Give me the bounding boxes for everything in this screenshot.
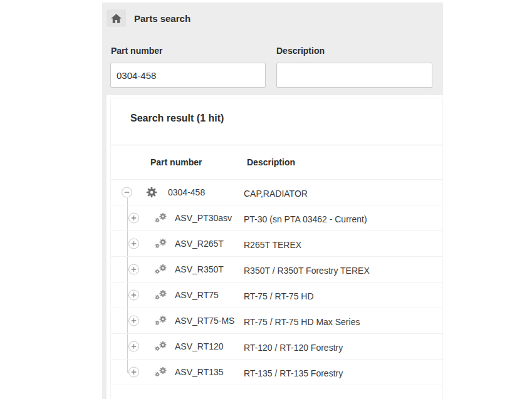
expand-toggle-button[interactable] <box>128 316 139 326</box>
plus-icon <box>131 344 137 350</box>
row-description: PT-30 (sn PTA 03462 - Current) <box>244 214 367 224</box>
table-row[interactable]: ASV_PT30asv PT-30 (sn PTA 03462 - Curren… <box>111 205 442 231</box>
plus-icon <box>131 241 137 247</box>
row-part-number: ASV_RT75-MS <box>175 316 234 326</box>
page-title: Parts search <box>134 13 190 24</box>
expand-toggle-button[interactable] <box>128 290 139 301</box>
table-row[interactable]: ASV_RT75 RT-75 / RT-75 HD <box>111 282 442 308</box>
plus-icon <box>131 293 137 298</box>
plus-icon <box>131 267 137 272</box>
expand-toggle-button[interactable] <box>128 239 139 249</box>
description-input[interactable] <box>276 63 432 88</box>
table-row[interactable]: ASV_RT135 RT-135 / RT-135 Forestry <box>111 360 442 385</box>
gears-icon <box>155 367 167 378</box>
gears-icon <box>155 341 167 352</box>
table-row[interactable]: ASV_R350T R350T / R350T Forestry TEREX <box>111 257 442 282</box>
expand-toggle-button[interactable] <box>128 264 139 275</box>
row-part-number: ASV_R265T <box>175 239 224 249</box>
row-description: RT-75 / RT-75 HD Max Series <box>244 317 360 327</box>
expand-toggle-button[interactable] <box>128 341 139 352</box>
table-row[interactable]: 0304-458 CAP,RADIATOR <box>111 180 442 205</box>
minus-icon <box>124 190 130 195</box>
row-part-number: ASV_R350T <box>175 264 224 274</box>
row-part-number: ASV_PT30asv <box>175 213 232 223</box>
part-number-label: Part number <box>111 46 162 56</box>
row-part-number: ASV_RT135 <box>175 367 224 377</box>
row-description: RT-135 / RT-135 Forestry <box>244 368 343 378</box>
home-button[interactable] <box>107 9 126 27</box>
row-description: CAP,RADIATOR <box>244 189 308 199</box>
results-title: Search result (1 hit) <box>130 113 224 124</box>
results-table-header: Part number Description <box>111 145 442 180</box>
part-number-input[interactable] <box>110 63 266 88</box>
search-results-card: Search result (1 hit) Part number Descri… <box>110 98 443 399</box>
row-description: RT-120 / RT-120 Forestry <box>244 343 343 353</box>
table-row[interactable]: ASV_RT75-MS RT-75 / RT-75 HD Max Series <box>111 308 442 334</box>
gears-icon <box>155 290 167 301</box>
row-description: R350T / R350T Forestry TEREX <box>244 266 370 276</box>
table-row[interactable]: ASV_R265T R265T TEREX <box>111 231 442 257</box>
row-description: RT-75 / RT-75 HD <box>244 291 314 301</box>
column-header-part-number: Part number <box>150 157 202 167</box>
expand-toggle-button[interactable] <box>128 367 139 378</box>
row-part-number: ASV_RT120 <box>175 341 224 351</box>
left-edge-strip <box>102 95 107 399</box>
gears-icon <box>155 239 167 249</box>
results-table-body: 0304-458 CAP,RADIATOR ASV_PT30asv PT- <box>111 180 442 399</box>
description-label: Description <box>276 46 325 56</box>
gears-icon <box>155 264 167 275</box>
home-icon <box>111 14 122 23</box>
search-panel: Parts search Part number Description <box>102 3 443 95</box>
table-row[interactable]: ASV_RT120 RT-120 / RT-120 Forestry <box>111 334 442 360</box>
row-description: R265T TEREX <box>244 240 301 250</box>
row-part-number: ASV_RT75 <box>175 290 219 300</box>
gear-icon <box>146 187 157 198</box>
plus-icon <box>131 370 137 375</box>
expand-toggle-button[interactable] <box>122 187 132 198</box>
page-header: Parts search <box>107 9 190 27</box>
gears-icon <box>155 213 167 224</box>
gears-icon <box>155 316 167 326</box>
expand-toggle-button[interactable] <box>128 213 139 224</box>
plus-icon <box>131 318 137 324</box>
row-part-number: 0304-458 <box>168 187 205 197</box>
column-header-description: Description <box>247 157 295 167</box>
plus-icon <box>131 215 137 221</box>
